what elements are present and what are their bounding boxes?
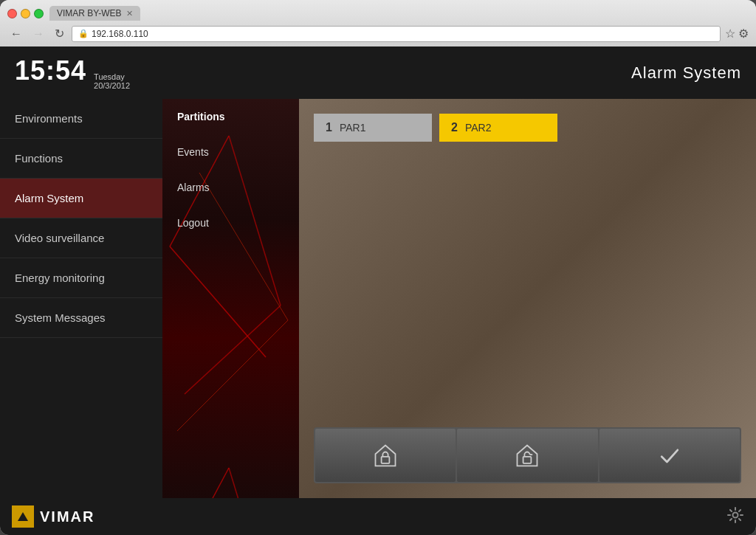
- header-date: Tuesday 20/3/2012: [94, 72, 130, 90]
- partition-1-button[interactable]: 1 PAR1: [314, 114, 432, 142]
- forward-button[interactable]: →: [30, 26, 47, 42]
- header-title: Alarm System: [631, 63, 741, 83]
- browser-actions: ☆ ⚙: [725, 27, 749, 41]
- sidebar-item-system-messages[interactable]: System Messages: [0, 298, 162, 338]
- back-button[interactable]: ←: [7, 26, 25, 42]
- svg-point-4: [733, 512, 738, 517]
- subnav-item-events[interactable]: Events: [162, 134, 299, 170]
- browser-titlebar: VIMAR BY-WEB ✕: [7, 6, 749, 21]
- confirm-button[interactable]: [599, 429, 740, 482]
- disarm-button[interactable]: [457, 429, 597, 482]
- check-icon: [656, 442, 683, 469]
- subnav-item-partitions[interactable]: Partitions: [162, 99, 299, 134]
- partition-1-label: PAR1: [340, 122, 366, 134]
- main-area: Environments Functions Alarm System Vide…: [0, 99, 756, 498]
- vimar-logo: VIMAR: [12, 505, 94, 528]
- action-buttons-row: [314, 427, 741, 483]
- subnav: Partitions Events Alarms Logout: [162, 99, 299, 498]
- partition-1-number: 1: [326, 121, 332, 134]
- sidebar-item-video-surveillance[interactable]: Video surveillance: [0, 218, 162, 258]
- footer-settings-button[interactable]: [726, 506, 744, 528]
- partitions-row: 1 PAR1 2 PAR2: [314, 114, 741, 142]
- sidebar-item-environments[interactable]: Environments: [0, 99, 162, 139]
- subnav-item-logout[interactable]: Logout: [162, 205, 299, 241]
- header-date-value: 20/3/2012: [94, 81, 130, 90]
- partition-2-number: 2: [451, 121, 458, 134]
- browser-tab[interactable]: VIMAR BY-WEB ✕: [49, 6, 140, 21]
- subnav-item-alarms[interactable]: Alarms: [162, 170, 299, 205]
- reload-button[interactable]: ↻: [52, 25, 67, 42]
- window-buttons: [7, 9, 44, 18]
- minimize-window-button[interactable]: [21, 9, 30, 18]
- header-time: 15:54: [15, 55, 86, 86]
- vimar-logo-icon: [14, 508, 32, 525]
- content-spacer: [314, 156, 741, 413]
- tab-title: VIMAR BY-WEB: [57, 8, 122, 18]
- header-time-section: 15:54 Tuesday 20/3/2012: [15, 55, 130, 90]
- sidebar-item-alarm-system[interactable]: Alarm System: [0, 179, 162, 218]
- close-window-button[interactable]: [7, 9, 17, 18]
- sidebar-item-energy-monitoring[interactable]: Energy monitoring: [0, 258, 162, 298]
- browser-window: VIMAR BY-WEB ✕ ← → ↻ 🔒 192.168.0.110 ☆ ⚙…: [0, 0, 756, 535]
- secure-icon: 🔒: [78, 29, 89, 38]
- content-area: 1 PAR1 2 PAR2: [299, 99, 756, 498]
- svg-rect-1: [523, 457, 532, 463]
- bookmark-button[interactable]: ☆: [725, 27, 735, 41]
- partition-2-label: PAR2: [465, 122, 492, 134]
- browser-addressbar: ← → ↻ 🔒 192.168.0.110 ☆ ⚙: [7, 25, 749, 42]
- arm-button[interactable]: [315, 429, 456, 482]
- partition-2-button[interactable]: 2 PAR2: [439, 114, 557, 142]
- svg-rect-0: [382, 457, 390, 463]
- vimar-brand-name: VIMAR: [40, 508, 94, 525]
- app-content: 15:54 Tuesday 20/3/2012 Alarm System Env…: [0, 46, 756, 535]
- address-bar[interactable]: 🔒 192.168.0.110: [72, 26, 721, 42]
- unlock-home-icon: [514, 442, 540, 469]
- address-text: 192.168.0.110: [92, 29, 148, 39]
- vimar-icon: [12, 505, 34, 528]
- settings-menu-button[interactable]: ⚙: [738, 27, 749, 41]
- gear-icon: [726, 506, 744, 524]
- sidebar-item-functions[interactable]: Functions: [0, 139, 162, 179]
- header-day: Tuesday: [94, 72, 130, 81]
- browser-chrome: VIMAR BY-WEB ✕ ← → ↻ 🔒 192.168.0.110 ☆ ⚙: [0, 0, 756, 46]
- app-header: 15:54 Tuesday 20/3/2012 Alarm System: [0, 46, 756, 99]
- tab-close-button[interactable]: ✕: [126, 9, 133, 18]
- app-footer: VIMAR: [0, 498, 756, 535]
- maximize-window-button[interactable]: [34, 9, 44, 18]
- lock-home-icon: [372, 442, 399, 469]
- sidebar: Environments Functions Alarm System Vide…: [0, 99, 162, 498]
